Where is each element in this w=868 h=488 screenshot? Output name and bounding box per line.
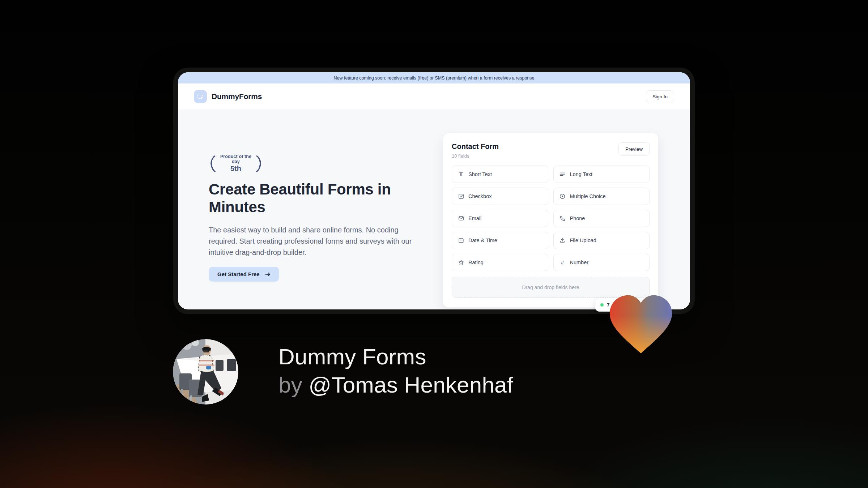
announcement-text: New feature coming soon: receive emails … (333, 76, 534, 81)
field-tile-phone[interactable]: Phone (553, 210, 650, 227)
laurel-left-icon (209, 154, 217, 173)
caption-author: @Tomas Henkenhaf (309, 372, 513, 397)
sign-in-button[interactable]: Sign In (646, 90, 674, 103)
form-field-count: 10 fields (452, 153, 499, 159)
get-started-button[interactable]: Get Started Free (209, 267, 279, 282)
hero-description: The easiest way to build and share onlin… (209, 224, 418, 258)
field-palette: T Short Text Long Text (452, 166, 650, 271)
dummyforms-logo-icon (194, 90, 207, 103)
field-tile-date-time[interactable]: Date & Time (452, 232, 548, 249)
form-builder-card: Contact Form 10 fields Preview T Short T… (443, 133, 659, 308)
award-line2: 5th (219, 164, 252, 173)
preview-button[interactable]: Preview (618, 142, 650, 156)
award-text: Product of the day 5th (219, 154, 252, 173)
field-tile-multiple-choice[interactable]: Multiple Choice (553, 188, 650, 205)
app-screen: New feature coming soon: receive emails … (178, 72, 690, 309)
get-started-label: Get Started Free (217, 271, 260, 277)
field-tile-email[interactable]: Email (452, 210, 548, 227)
hero-left-column: Product of the day 5th (209, 154, 421, 282)
dropzone-text: Drag and drop fields here (522, 284, 579, 290)
caption-line1: Dummy Forms (278, 343, 513, 371)
short-text-icon: T (458, 171, 464, 177)
hero-title: Create Beautiful Forms in Minutes (209, 180, 404, 216)
caption: Dummy Forms by @Tomas Henkenhaf (278, 343, 513, 399)
email-icon (458, 215, 464, 221)
form-title: Contact Form (452, 142, 499, 151)
hash-icon: # (559, 260, 566, 265)
announcement-banner: New feature coming soon: receive emails … (178, 72, 690, 84)
field-tile-file-upload[interactable]: File Upload (553, 232, 650, 249)
calendar-icon (458, 237, 464, 243)
long-text-icon (559, 171, 566, 177)
arrow-right-icon (265, 271, 271, 277)
brand-name: DummyForms (212, 92, 262, 101)
caption-by: by (278, 372, 309, 397)
field-tile-long-text[interactable]: Long Text (553, 166, 650, 183)
laurel-right-icon (255, 154, 263, 173)
star-icon (458, 260, 464, 265)
hero-section: Product of the day 5th (178, 110, 690, 309)
gradient-heart-icon (607, 292, 675, 356)
field-tile-checkbox[interactable]: Checkbox (452, 188, 548, 205)
product-of-the-day-badge: Product of the day 5th (209, 154, 263, 173)
field-tile-number[interactable]: # Number (553, 254, 650, 271)
phone-icon (559, 215, 566, 221)
caption-line2: by @Tomas Henkenhaf (278, 371, 513, 399)
app-header: DummyForms Sign In (178, 84, 690, 110)
award-line1: Product of the day (219, 154, 252, 164)
multiple-choice-icon (559, 193, 566, 199)
promo-stage: New feature coming soon: receive emails … (0, 0, 868, 488)
app-window: New feature coming soon: receive emails … (173, 68, 695, 314)
upload-icon (559, 237, 566, 243)
brand[interactable]: DummyForms (194, 90, 262, 103)
status-dot (600, 303, 604, 307)
field-tile-short-text[interactable]: T Short Text (452, 166, 548, 183)
author-avatar (173, 339, 238, 404)
card-header: Contact Form 10 fields Preview (452, 142, 650, 159)
checkbox-icon (458, 193, 464, 199)
field-tile-rating[interactable]: Rating (452, 254, 548, 271)
